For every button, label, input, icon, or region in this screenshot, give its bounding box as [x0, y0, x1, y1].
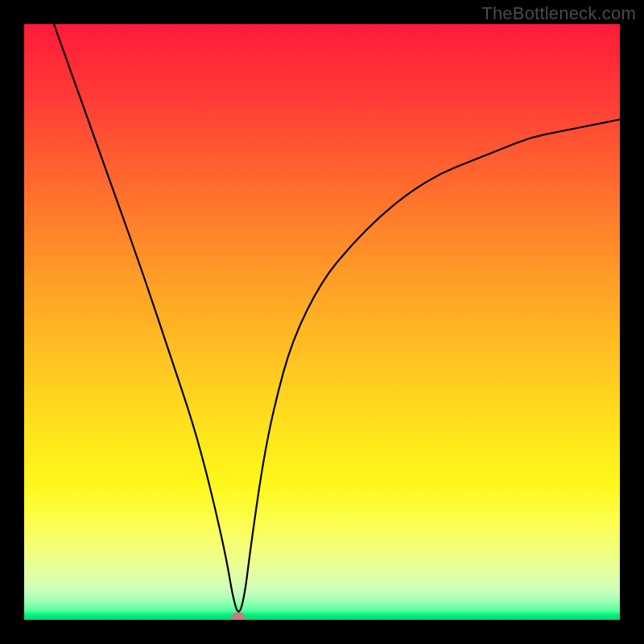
bottleneck-curve — [24, 24, 620, 620]
watermark-text: TheBottleneck.com — [481, 3, 636, 24]
plot-area — [24, 24, 620, 620]
minimum-marker — [232, 613, 245, 620]
chart-frame: TheBottleneck.com — [0, 0, 644, 644]
